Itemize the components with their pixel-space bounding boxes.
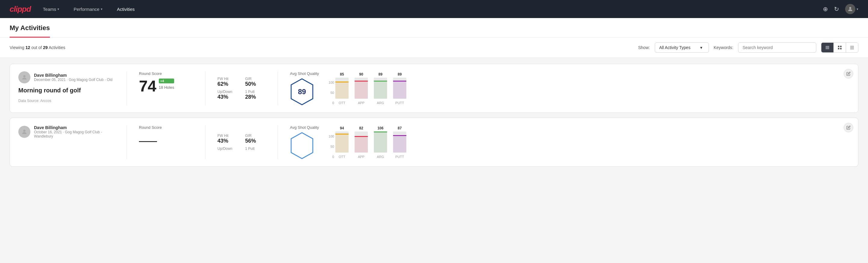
score-number: 74	[139, 78, 156, 94]
bar-fill-arg	[374, 82, 387, 99]
svg-rect-6	[838, 48, 839, 49]
bar-outer-ott	[335, 132, 349, 152]
search-input[interactable]	[738, 42, 816, 53]
stat-label: 1 Putt	[245, 90, 266, 94]
bar-outer-app	[354, 78, 368, 99]
stat-label: FW Hit	[217, 77, 238, 81]
bar-fill-putt	[393, 136, 406, 152]
bar-group-arg: 89 ARG	[374, 72, 387, 105]
bar-fill-putt	[393, 82, 406, 99]
activity-type-dropdown[interactable]: All Activity Types ▾	[655, 42, 709, 53]
dropdown-chevron-icon: ▾	[700, 45, 702, 50]
page-title: My Activities	[10, 18, 50, 38]
round-score-section: Round Score 74 +4 18 Holes	[139, 71, 193, 105]
stat-label: 1 Putt	[245, 147, 266, 151]
divider-1	[127, 125, 127, 159]
bar-marker-arg	[374, 81, 387, 82]
bar-fill-arg	[374, 133, 387, 152]
nav-activities[interactable]: Activities	[115, 5, 137, 13]
nav-performance[interactable]: Performance ▾	[71, 5, 105, 13]
stat-value: 50%	[245, 81, 266, 87]
logo[interactable]: clippd	[10, 4, 31, 14]
bar-label-app: 82	[359, 126, 363, 130]
filter-bar: Viewing 12 out of 29 Activities Show: Al…	[0, 38, 868, 58]
stat-value: 56%	[245, 138, 266, 144]
bar-label-app: 90	[359, 72, 363, 77]
bar-outer-putt	[393, 132, 406, 152]
avg-shot-quality-label: Avg Shot Quality	[290, 125, 319, 130]
bar-fill-app	[354, 82, 368, 99]
y-axis-labels: 100 50 0	[329, 135, 334, 158]
user-date: October 16, 2021 · Gog Magog Golf Club -…	[34, 130, 115, 139]
stat-value: 43%	[217, 94, 238, 100]
bar-group-arg: 106 ARG	[374, 126, 387, 158]
bar-x-label-app: APP	[358, 101, 365, 105]
list-view-toggle[interactable]	[822, 43, 834, 52]
svg-rect-11	[850, 49, 854, 49]
grid-view-toggle[interactable]	[834, 43, 846, 52]
divider-1	[127, 71, 127, 105]
show-label: Show:	[638, 45, 650, 50]
svg-point-14	[23, 130, 25, 132]
user-name: Dave Billingham	[34, 73, 113, 78]
user-info: Dave Billingham October 16, 2021 · Gog M…	[18, 125, 115, 139]
svg-rect-7	[840, 48, 841, 49]
round-score-label: Round Score	[139, 71, 193, 76]
svg-rect-5	[840, 46, 841, 47]
bar-marker-putt	[393, 81, 406, 82]
stat-item: GIR 50%	[245, 77, 266, 87]
add-icon[interactable]: ⊕	[823, 5, 828, 12]
svg-rect-3	[826, 49, 829, 49]
divider-2	[205, 71, 206, 105]
score-dash	[139, 141, 157, 142]
bar-fill-ott	[335, 135, 349, 152]
view-toggles	[821, 42, 858, 53]
navbar: clippd Teams ▾ Performance ▾ Activities …	[0, 0, 868, 18]
svg-rect-2	[826, 47, 829, 48]
avg-shot-quality-label: Avg Shot Quality	[290, 71, 319, 76]
refresh-icon[interactable]: ↻	[834, 5, 839, 12]
stat-item: FW Hit 62%	[217, 77, 238, 87]
bar-x-label-ott: OTT	[339, 101, 345, 105]
holes-text: 18 Holes	[159, 85, 174, 90]
bar-chart: 100 50 0 94 OTT 82	[329, 126, 850, 158]
shot-quality-section: Avg Shot Quality 89 100 50 0	[290, 71, 850, 105]
performance-chevron-icon: ▾	[101, 7, 102, 11]
svg-rect-10	[850, 48, 854, 48]
bar-marker-app	[354, 136, 368, 137]
user-name: Dave Billingham	[34, 125, 115, 130]
edit-button[interactable]	[844, 123, 853, 133]
stat-value: 28%	[245, 94, 266, 100]
stat-item: 1 Putt	[245, 147, 266, 151]
bar-marker-putt	[393, 135, 406, 136]
avatar[interactable]	[845, 4, 856, 14]
bar-label-arg: 89	[378, 72, 382, 77]
stat-item: Up/Down	[217, 147, 238, 151]
user-menu[interactable]: ▾	[845, 4, 858, 14]
avatar	[18, 126, 30, 138]
stat-value: 62%	[217, 81, 238, 87]
data-source: Data Source: Arccos	[18, 99, 115, 103]
compact-view-toggle[interactable]	[846, 43, 858, 52]
bar-x-label-putt: PUTT	[396, 155, 404, 158]
divider-2	[205, 125, 206, 159]
stat-item: Up/Down 43%	[217, 90, 238, 100]
bar-chart: 100 50 0 85 OTT 90	[329, 72, 850, 105]
bar-label-putt: 87	[398, 126, 402, 130]
bar-fill-ott	[335, 83, 349, 99]
bar-x-label-ott: OTT	[339, 155, 345, 158]
bar-group-putt: 89 PUTT	[393, 72, 406, 105]
stat-item: 1 Putt 28%	[245, 90, 266, 100]
y-axis-labels: 100 50 0	[329, 81, 334, 105]
svg-point-0	[849, 7, 851, 9]
stats-section: FW Hit 43% GIR 56% Up/Down 1 Putt	[217, 125, 266, 159]
bar-group-putt: 87 PUTT	[393, 126, 406, 158]
bar-label-ott: 85	[340, 72, 344, 77]
stat-label: GIR	[245, 77, 266, 81]
viewing-count-text: Viewing 12 out of 29 Activities	[10, 45, 633, 50]
edit-button[interactable]	[844, 69, 853, 79]
nav-teams[interactable]: Teams ▾	[40, 5, 62, 13]
round-score-section: Round Score	[139, 125, 193, 159]
activity-title: Morning round of golf	[18, 87, 115, 94]
bar-outer-ott	[335, 78, 349, 99]
